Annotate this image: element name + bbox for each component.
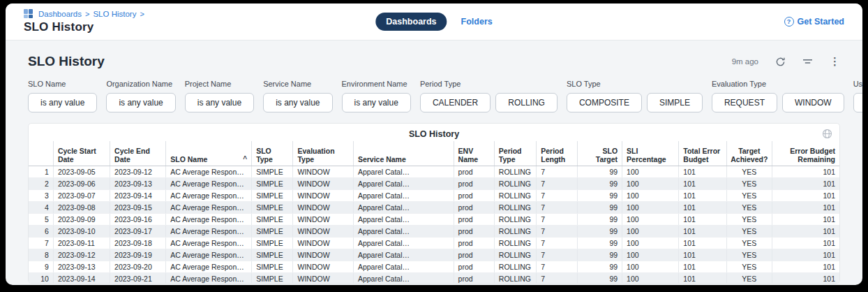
column-header-content: Service Name	[358, 155, 449, 163]
filter-option[interactable]: WINDOW	[782, 93, 844, 112]
filter-option[interactable]: COMPOSITE	[567, 93, 642, 112]
filter-option[interactable]: CALENDER	[420, 93, 491, 112]
cell-idx: 5	[29, 213, 53, 225]
column-header-sli_percentage[interactable]: SLI Percentage	[622, 141, 679, 166]
more-menu-button[interactable]: ⋮	[830, 55, 840, 68]
filter-option[interactable]: SIMPLE	[647, 93, 703, 112]
column-header-idx[interactable]	[29, 141, 53, 166]
cell-env_name: prod	[454, 166, 494, 177]
help-icon: ?	[784, 17, 794, 27]
cell-service_name: Apparel Catal…	[353, 213, 454, 225]
column-header-content: SLO Type	[256, 147, 288, 163]
cell-evaluation_type: WINDOW	[293, 189, 353, 201]
cell-cycle_end_date: 2023-09-15	[110, 201, 166, 213]
cell-error_budget_remaining: 101	[772, 201, 839, 213]
cell-error_budget_remaining: 101	[772, 189, 839, 201]
filter-option[interactable]: is any value	[28, 93, 97, 112]
column-header-label: Evaluation Type	[297, 147, 348, 163]
column-header-evaluation_type[interactable]: Evaluation Type	[293, 141, 353, 166]
column-header-slo_target[interactable]: SLO Target	[577, 141, 622, 166]
table-row: 72023-09-112023-09-18AC Average Response…	[29, 237, 839, 249]
column-header-env_name[interactable]: ENV Name	[454, 141, 494, 166]
column-header-content: Evaluation Type	[297, 147, 348, 163]
cell-cycle_start_date: 2023-09-13	[53, 261, 110, 272]
column-header-content: Cycle End Date	[114, 147, 161, 163]
cell-slo_type: SIMPLE	[252, 166, 293, 177]
cell-slo_name: AC Average Response Time	[166, 177, 252, 189]
cell-env_name: prod	[454, 213, 494, 225]
breadcrumb-link[interactable]: Dashboards	[38, 10, 82, 18]
column-header-label: Target Achieved?	[731, 147, 768, 163]
column-header-slo_name[interactable]: SLO Name^	[166, 141, 252, 166]
column-header-period_type[interactable]: Period Type	[494, 141, 536, 166]
column-header-target_achieved[interactable]: Target Achieved?	[727, 141, 772, 166]
filter-option[interactable]: ROLLING	[495, 93, 558, 112]
filters-toggle-button[interactable]	[802, 57, 813, 66]
column-header-content: Cycle Start Date	[58, 147, 105, 163]
cell-slo_type: SIMPLE	[252, 189, 293, 201]
cell-error_budget_remaining: 101	[772, 237, 839, 249]
column-header-cycle_start_date[interactable]: Cycle Start Date	[53, 141, 110, 166]
column-header-content: Error Budget Remaining	[777, 147, 835, 163]
table-row: 12023-09-052023-09-12AC Average Response…	[29, 166, 839, 177]
table-row: 92023-09-132023-09-20AC Average Response…	[29, 261, 839, 272]
column-header-content: Period Length	[541, 147, 572, 163]
tab-folders[interactable]: Folders	[461, 17, 493, 27]
filter-option[interactable]: is any value	[185, 93, 254, 112]
filter-group-organization-name: Organization Nameis any value	[106, 80, 175, 112]
cell-idx: 1	[29, 166, 53, 177]
table-title: SLO History	[29, 124, 839, 141]
filter-label: SLO Name	[28, 80, 97, 88]
cell-error_budget_remaining: 101	[772, 261, 839, 272]
column-header-content: SLO Name^	[170, 155, 247, 163]
cell-target_achieved: YES	[727, 249, 772, 261]
cell-slo_type: SIMPLE	[252, 261, 293, 272]
column-header-label: Total Error Budget	[683, 147, 722, 163]
cell-target_achieved: YES	[727, 166, 772, 177]
filter-group-slo-type: SLO TypeCOMPOSITESIMPLE	[567, 80, 703, 112]
cell-sli_percentage: 100	[622, 177, 679, 189]
refresh-button[interactable]	[775, 57, 786, 67]
breadcrumb-link[interactable]: SLO History	[93, 10, 136, 18]
filter-option[interactable]: is any value	[853, 93, 862, 112]
filter-options: is any value	[853, 93, 862, 112]
cell-target_achieved: YES	[727, 272, 772, 284]
tab-dashboards[interactable]: Dashboards	[375, 13, 447, 31]
column-header-service_name[interactable]: Service Name	[353, 141, 454, 166]
cell-env_name: prod	[454, 237, 494, 249]
cell-sli_percentage: 100	[622, 225, 679, 237]
cell-period_type: ROLLING	[494, 272, 536, 284]
column-header-period_length[interactable]: Period Length	[537, 141, 577, 166]
column-header-error_budget_remaining[interactable]: Error Budget Remaining	[772, 141, 839, 166]
cell-sli_percentage: 100	[622, 166, 679, 177]
table-row: 42023-09-082023-09-15AC Average Response…	[29, 201, 839, 213]
column-header-cycle_end_date[interactable]: Cycle End Date	[110, 141, 166, 166]
filter-label: SLO Type	[567, 80, 703, 88]
table-row: 52023-09-092023-09-16AC Average Response…	[29, 213, 839, 225]
get-started-button[interactable]: ? Get Started	[784, 17, 844, 27]
cell-slo_target: 99	[577, 272, 622, 284]
cell-slo_name: AC Average Response Time	[166, 272, 252, 284]
cell-cycle_start_date: 2023-09-12	[53, 249, 110, 261]
filter-option[interactable]: is any value	[106, 93, 175, 112]
filter-group-service-name: Service Nameis any value	[263, 80, 332, 112]
cell-period_type: ROLLING	[494, 225, 536, 237]
cell-slo_target: 99	[577, 225, 622, 237]
cell-env_name: prod	[454, 201, 494, 213]
filter-group-evaluation-type: Evaluation TypeREQUESTWINDOW	[712, 80, 844, 112]
cell-slo_target: 99	[577, 213, 622, 225]
cell-period_length: 7	[537, 213, 577, 225]
column-header-total_error_budget[interactable]: Total Error Budget	[679, 141, 727, 166]
explore-from-here-button[interactable]	[822, 129, 832, 139]
cell-slo_name: AC Average Response Time	[166, 249, 252, 261]
cell-service_name: Apparel Catal…	[353, 189, 454, 201]
filter-option[interactable]: is any value	[263, 93, 332, 112]
filter-option[interactable]: is any value	[342, 93, 411, 112]
cell-period_length: 7	[537, 249, 577, 261]
cell-target_achieved: YES	[727, 201, 772, 213]
table-row: 32023-09-072023-09-14AC Average Response…	[29, 189, 839, 201]
cell-error_budget_remaining: 101	[772, 249, 839, 261]
column-header-slo_type[interactable]: SLO Type	[252, 141, 293, 166]
filter-option[interactable]: REQUEST	[712, 93, 777, 112]
cell-evaluation_type: WINDOW	[293, 237, 353, 249]
